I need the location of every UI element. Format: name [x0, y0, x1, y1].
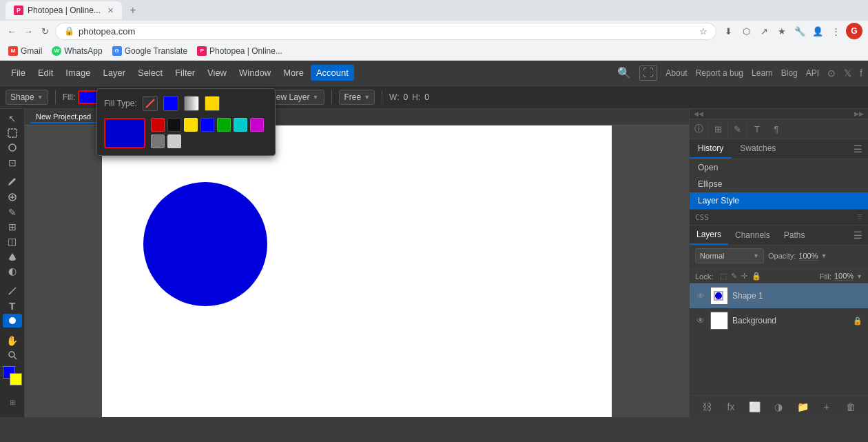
shape-select[interactable]: Shape ▼: [6, 90, 48, 105]
info-panel-icon[interactable]: ⓘ: [690, 119, 709, 139]
download-icon[interactable]: ⬇: [721, 23, 736, 39]
share-icon[interactable]: ↗: [756, 23, 772, 39]
reddit-icon[interactable]: ⊙: [827, 68, 836, 79]
tool-brush[interactable]: ✎: [3, 205, 22, 219]
tool-zoom[interactable]: [3, 349, 22, 362]
menu-edit[interactable]: Edit: [32, 65, 59, 81]
menu-filter[interactable]: Filter: [169, 65, 200, 81]
swatch-yellow[interactable]: [184, 118, 198, 132]
opacity-value[interactable]: 100%: [798, 252, 818, 261]
fill-type-gradient[interactable]: [184, 96, 199, 111]
tool-shape[interactable]: [3, 314, 22, 327]
delete-layer-btn[interactable]: 🗑: [844, 400, 858, 414]
navigator-panel-icon[interactable]: ⊞: [709, 119, 728, 139]
layers-panel-menu-icon[interactable]: ☰: [848, 227, 868, 243]
swatch-magenta[interactable]: [250, 118, 264, 132]
tool-move[interactable]: ↖: [3, 112, 22, 125]
canvas-tab-project[interactable]: New Project.psd: [30, 111, 96, 123]
canvas-wrapper[interactable]: [25, 125, 689, 417]
swatch-blue[interactable]: [200, 118, 214, 132]
bookmark-icon[interactable]: ★: [774, 23, 789, 39]
fill-type-pattern[interactable]: [205, 96, 220, 111]
menu-image[interactable]: Image: [60, 65, 96, 81]
tab-history[interactable]: History: [690, 139, 732, 159]
menu-icon[interactable]: ⋮: [828, 23, 843, 39]
tool-dodge[interactable]: ◐: [3, 264, 22, 277]
bookmark-translate[interactable]: G Google Translate: [112, 46, 187, 56]
menu-learn[interactable]: Learn: [752, 68, 773, 78]
extension-icon[interactable]: 🔧: [792, 23, 807, 39]
tool-paint-bucket[interactable]: [3, 250, 22, 263]
free-transform-select[interactable]: Free ▼: [339, 90, 375, 105]
fullscreen-icon[interactable]: ⛶: [639, 66, 657, 81]
twitter-icon[interactable]: 𝕏: [844, 68, 851, 79]
address-bar[interactable]: 🔒 photopea.com ☆: [55, 23, 716, 40]
layer-effects-btn[interactable]: fx: [724, 400, 738, 414]
swatch-red[interactable]: [151, 118, 165, 132]
tool-pen[interactable]: [3, 284, 22, 297]
bookmark-whatsapp[interactable]: W WhatsApp: [52, 46, 102, 56]
layer-eye-background[interactable]: 👁: [695, 315, 706, 326]
new-layer-btn[interactable]: +: [820, 400, 834, 414]
menu-about[interactable]: About: [665, 68, 687, 78]
tool-hand[interactable]: ✋: [3, 334, 22, 347]
menu-more[interactable]: More: [278, 65, 309, 81]
actions-panel-icon[interactable]: ✎: [728, 119, 747, 139]
panel-collapse-right[interactable]: ▶▶: [854, 110, 864, 117]
tool-select-rect[interactable]: [3, 126, 22, 139]
opacity-dropdown-icon[interactable]: ▼: [821, 252, 827, 259]
panel-collapse-left[interactable]: ◀◀: [694, 110, 703, 117]
fill-type-none[interactable]: [143, 96, 158, 111]
reload-button[interactable]: ↻: [39, 25, 51, 37]
tab-close-icon[interactable]: ✕: [107, 6, 114, 15]
lock-position-icon[interactable]: ✛: [741, 272, 747, 281]
new-group-btn[interactable]: 📁: [796, 400, 809, 414]
swatch-black[interactable]: [167, 118, 181, 132]
star-icon[interactable]: ☆: [699, 26, 707, 37]
tool-stamp[interactable]: ⊞: [3, 220, 22, 233]
fill-dropdown-icon[interactable]: ▼: [856, 273, 862, 280]
tab-channels[interactable]: Channels: [728, 226, 777, 244]
tab-layers[interactable]: Layers: [690, 225, 728, 245]
canvas[interactable]: [102, 125, 612, 417]
tool-type[interactable]: T: [3, 299, 22, 312]
css-panel-menu-icon[interactable]: ☰: [857, 214, 862, 221]
profile-icon[interactable]: 👤: [810, 23, 825, 39]
tool-spot-heal[interactable]: [3, 191, 22, 204]
new-tab-button[interactable]: +: [125, 2, 141, 19]
layer-mask-btn[interactable]: ⬜: [748, 400, 762, 414]
tab-paths[interactable]: Paths: [777, 226, 812, 244]
history-item-ellipse[interactable]: Ellipse: [690, 176, 868, 192]
layer-eye-shape1[interactable]: 👁: [695, 290, 706, 301]
lock-all-icon[interactable]: 🔒: [752, 272, 761, 281]
swatch-green[interactable]: [217, 118, 231, 132]
menu-account[interactable]: Account: [311, 65, 354, 81]
fill-color-preview[interactable]: [104, 118, 145, 148]
forward-button[interactable]: →: [22, 25, 34, 37]
browser-tab-photopea[interactable]: P Photopea | Online... ✕: [6, 1, 122, 19]
bookmark-gmail[interactable]: M Gmail: [8, 46, 42, 56]
menu-blog[interactable]: Blog: [781, 68, 798, 78]
fill-percent-value[interactable]: 100%: [834, 272, 854, 281]
back-button[interactable]: ←: [6, 25, 18, 37]
tool-eyedropper[interactable]: [3, 176, 22, 189]
tool-crop[interactable]: ⊡: [3, 156, 22, 169]
lock-image-icon[interactable]: ✎: [731, 272, 737, 281]
search-icon[interactable]: 🔍: [617, 66, 631, 79]
paragraph-panel-icon[interactable]: ¶: [767, 119, 786, 139]
layer-item-shape1[interactable]: 👁 Shape 1: [690, 283, 868, 308]
user-avatar[interactable]: G: [846, 23, 862, 39]
menu-report-bug[interactable]: Report a bug: [696, 68, 743, 78]
tool-extra-btn[interactable]: ⊞: [3, 392, 22, 412]
background-color[interactable]: [10, 373, 22, 385]
bookmark-photopea[interactable]: P Photopea | Online...: [197, 46, 282, 56]
swatch-gray[interactable]: [151, 134, 165, 148]
fill-type-solid[interactable]: [163, 96, 178, 111]
tab-swatches[interactable]: Swatches: [732, 139, 784, 159]
swatch-cyan[interactable]: [234, 118, 247, 132]
menu-layer[interactable]: Layer: [98, 65, 132, 81]
lock-transparency-icon[interactable]: ⬚: [720, 272, 727, 281]
blend-mode-select[interactable]: Normal ▼: [695, 248, 764, 263]
layer-item-background[interactable]: 👁 Background 🔒: [690, 308, 868, 333]
menu-api[interactable]: API: [806, 68, 819, 78]
